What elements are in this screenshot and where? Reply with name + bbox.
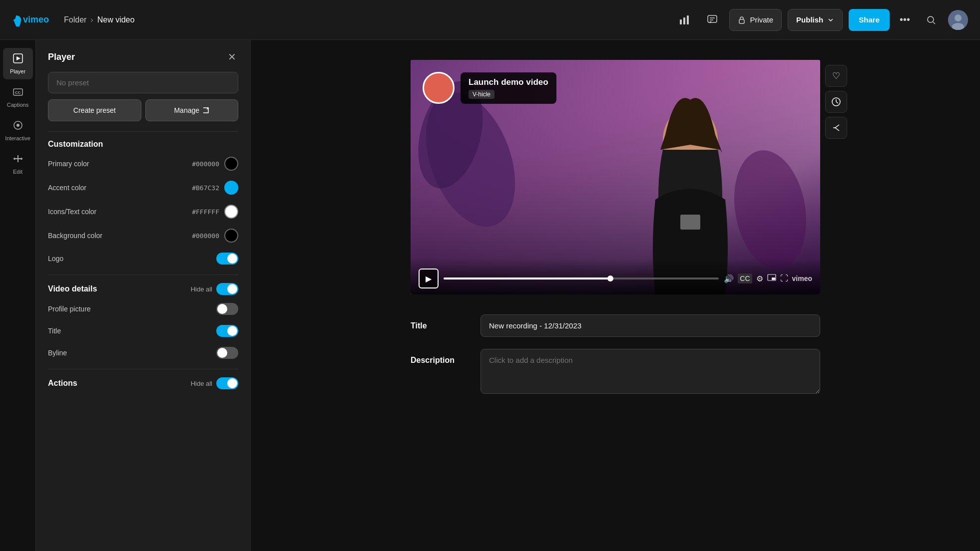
- player-panel: Player ✕ Create preset Manage Customi: [36, 40, 251, 551]
- logo-toggle-row: Logo: [48, 253, 238, 265]
- like-button[interactable]: ♡: [825, 65, 847, 87]
- launch-badge: V-hicle: [469, 90, 494, 99]
- icons-text-color-swatch[interactable]: [224, 205, 238, 219]
- more-button[interactable]: •••: [896, 10, 914, 29]
- customization-title: Customization: [48, 140, 238, 149]
- sidebar-item-edit[interactable]: Edit: [3, 148, 33, 180]
- svg-rect-4: [708, 15, 717, 22]
- byline-toggle[interactable]: [216, 347, 238, 359]
- svg-line-33: [836, 102, 838, 103]
- play-button[interactable]: ▶: [419, 269, 439, 288]
- share-button[interactable]: Share: [849, 9, 890, 31]
- title-input[interactable]: [481, 314, 820, 337]
- create-preset-button[interactable]: Create preset: [48, 99, 141, 121]
- edit-icon: [12, 153, 23, 167]
- svg-line-9: [933, 22, 935, 24]
- panel-title: Player: [48, 52, 75, 62]
- launch-text-box: Launch demo video V-hicle: [461, 72, 556, 104]
- svg-rect-3: [687, 15, 689, 24]
- search-button[interactable]: [920, 9, 942, 31]
- icons-text-color-row: Icons/Text color #FFFFFF: [48, 205, 238, 219]
- title-toggle[interactable]: [216, 325, 238, 337]
- hide-all-toggle[interactable]: [216, 283, 238, 295]
- interactive-icon: [12, 120, 23, 133]
- svg-rect-28: [680, 215, 700, 230]
- background-color-hex: #000000: [192, 232, 219, 240]
- divider-2: [48, 275, 238, 275]
- progress-bar-fill: [444, 277, 609, 279]
- progress-bar[interactable]: [444, 277, 719, 279]
- byline-label: Byline: [48, 349, 67, 357]
- svg-point-21: [20, 158, 22, 160]
- preset-input[interactable]: [48, 72, 238, 93]
- avatar[interactable]: [948, 10, 968, 30]
- icons-text-color-group: #FFFFFF: [192, 205, 238, 219]
- video-wrapper: Launch demo video V-hicle ▶ 🔊 CC ⚙: [411, 60, 820, 294]
- vimeo-watermark: vimeo: [792, 275, 812, 282]
- svg-rect-7: [739, 19, 744, 23]
- accent-color-swatch[interactable]: [224, 181, 238, 195]
- byline-toggle-row: Byline: [48, 347, 238, 359]
- close-panel-button[interactable]: ✕: [226, 50, 238, 64]
- icon-sidebar: Player CC Captions Interactive: [0, 40, 36, 551]
- private-label: Private: [750, 15, 773, 24]
- svg-rect-30: [772, 277, 775, 280]
- actions-title: Actions: [48, 379, 77, 388]
- logo-toggle[interactable]: [216, 253, 238, 265]
- fullscreen-icon[interactable]: ⛶: [780, 274, 788, 283]
- description-input[interactable]: [481, 349, 820, 394]
- nav-actions: Private Publish Share •••: [673, 9, 968, 31]
- main-layout: Player CC Captions Interactive: [0, 40, 980, 551]
- publish-button[interactable]: Publish: [788, 9, 843, 31]
- accent-color-row: Accent color #B67C32: [48, 181, 238, 195]
- primary-color-label: Primary color: [48, 160, 89, 168]
- actions-hide-all-toggle[interactable]: [216, 377, 238, 389]
- sidebar-item-player[interactable]: Player: [3, 48, 33, 79]
- hide-all-group: Hide all: [191, 283, 238, 295]
- svg-point-8: [928, 16, 934, 22]
- watchlater-button[interactable]: [825, 91, 847, 113]
- breadcrumb-folder[interactable]: Folder: [64, 15, 86, 24]
- picture-in-picture-icon[interactable]: [767, 274, 776, 283]
- manage-button[interactable]: Manage: [145, 99, 239, 121]
- primary-color-swatch[interactable]: [224, 157, 238, 171]
- primary-color-group: #000000: [192, 157, 238, 171]
- panel-body: Create preset Manage Customization Prima…: [36, 72, 250, 551]
- breadcrumb-chevron: ›: [90, 15, 93, 24]
- description-row: Description: [411, 349, 820, 394]
- comments-button[interactable]: [701, 9, 723, 31]
- settings-icon[interactable]: ⚙: [756, 274, 763, 283]
- form-section: Title Description: [411, 314, 820, 394]
- preset-buttons: Create preset Manage: [48, 99, 238, 121]
- player-icon: [12, 53, 23, 66]
- svg-point-11: [955, 14, 962, 21]
- accent-color-group: #B67C32: [192, 181, 238, 195]
- video-container: Launch demo video V-hicle ▶ 🔊 CC ⚙: [411, 60, 820, 294]
- vimeo-logo[interactable]: vimeo: [12, 11, 52, 28]
- primary-color-row: Primary color #000000: [48, 157, 238, 171]
- video-side-buttons: ♡: [825, 65, 847, 139]
- actions-hide-all-group: Hide all: [191, 377, 238, 389]
- svg-text:vimeo: vimeo: [23, 14, 49, 24]
- volume-icon[interactable]: 🔊: [724, 274, 734, 283]
- icons-text-color-label: Icons/Text color: [48, 208, 96, 216]
- video-details-title: Video details: [48, 284, 97, 293]
- video-controls: ▶ 🔊 CC ⚙: [411, 259, 820, 294]
- share-label: Share: [859, 15, 880, 24]
- subtitles-icon[interactable]: CC: [738, 274, 752, 283]
- sidebar-item-captions[interactable]: CC Captions: [3, 81, 33, 113]
- profile-picture-toggle[interactable]: [216, 303, 238, 315]
- share-video-button[interactable]: [825, 117, 847, 139]
- analytics-button[interactable]: [673, 9, 695, 31]
- private-button[interactable]: Private: [729, 9, 782, 31]
- primary-color-hex: #000000: [192, 160, 219, 168]
- accent-color-label: Accent color: [48, 184, 86, 192]
- sidebar-item-interactive[interactable]: Interactive: [3, 115, 33, 146]
- background-color-swatch[interactable]: [224, 229, 238, 243]
- title-toggle-row: Title: [48, 325, 238, 337]
- title-toggle-label: Title: [48, 327, 61, 335]
- sidebar-item-label: Edit: [13, 169, 22, 175]
- svg-point-17: [16, 124, 19, 127]
- profile-picture-label: Profile picture: [48, 305, 91, 313]
- captions-icon: CC: [12, 86, 23, 100]
